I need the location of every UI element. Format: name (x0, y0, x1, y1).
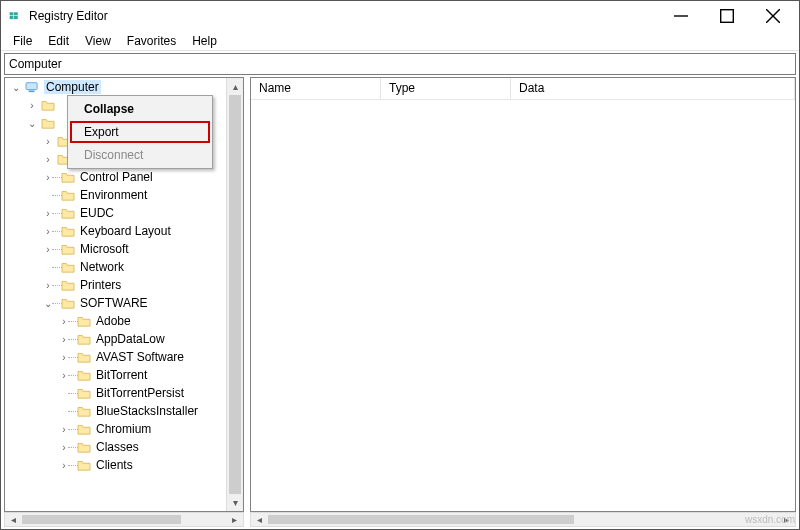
folder-icon (76, 314, 92, 328)
svg-rect-1 (14, 12, 18, 15)
tree-node[interactable]: ›EUDC (41, 204, 226, 222)
address-bar[interactable]: Computer (4, 53, 796, 75)
folder-icon (60, 170, 76, 184)
folder-icon (60, 242, 76, 256)
computer-icon (24, 80, 40, 94)
folder-icon (76, 440, 92, 454)
values-horizontal-scrollbar[interactable]: ◂ ▸ (250, 512, 796, 527)
scroll-thumb[interactable] (268, 515, 574, 524)
tree-node[interactable]: ›AppDataLow (57, 330, 226, 348)
tree-node[interactable]: ›Adobe (57, 312, 226, 330)
tree-node-label: Keyboard Layout (80, 224, 171, 238)
menu-view[interactable]: View (77, 32, 119, 50)
tree-node[interactable]: ∙BlueStacksInstaller (57, 402, 226, 420)
tree-node-label: Printers (80, 278, 121, 292)
tree-vertical-scrollbar[interactable]: ▴ ▾ (226, 78, 243, 511)
folder-icon (60, 278, 76, 292)
minimize-button[interactable] (661, 1, 707, 31)
column-header-data[interactable]: Data (511, 78, 795, 99)
tree-node-label: Computer (44, 80, 101, 94)
close-button[interactable] (753, 1, 799, 31)
tree-node-label: Chromium (96, 422, 151, 436)
tree-node-label: Microsoft (80, 242, 129, 256)
folder-icon (40, 98, 56, 112)
scroll-down-icon[interactable]: ▾ (227, 494, 243, 511)
tree-node[interactable]: ∙Network (41, 258, 226, 276)
folder-icon (76, 332, 92, 346)
svg-rect-5 (721, 10, 734, 23)
tree-node-computer[interactable]: ⌄ Computer (9, 78, 226, 96)
tree-node[interactable]: ›BitTorrent (57, 366, 226, 384)
menu-favorites[interactable]: Favorites (119, 32, 184, 50)
context-menu-disconnect: Disconnect (70, 144, 210, 166)
maximize-button[interactable] (707, 1, 753, 31)
tree-node-label: Clients (96, 458, 133, 472)
folder-icon (76, 368, 92, 382)
tree-node-label: Classes (96, 440, 139, 454)
tree-node-label: Network (80, 260, 124, 274)
tree-node[interactable]: ›Clients (57, 456, 226, 474)
column-header-name[interactable]: Name (251, 78, 381, 99)
folder-icon (76, 386, 92, 400)
scroll-right-icon[interactable]: ▸ (226, 513, 243, 526)
svg-rect-3 (14, 16, 18, 19)
svg-rect-0 (10, 12, 14, 15)
window-title: Registry Editor (29, 9, 108, 23)
folder-icon (60, 260, 76, 274)
tree-node-label: BitTorrentPersist (96, 386, 184, 400)
tree-node[interactable]: ›Keyboard Layout (41, 222, 226, 240)
tree-node-label: AppDataLow (96, 332, 165, 346)
expand-toggle-icon[interactable]: › (41, 152, 55, 166)
menu-bar: File Edit View Favorites Help (1, 31, 799, 51)
scroll-right-icon[interactable]: ▸ (778, 513, 795, 526)
svg-rect-9 (29, 90, 35, 92)
tree-node[interactable]: ›Printers (41, 276, 226, 294)
expand-toggle-icon[interactable]: › (41, 134, 55, 148)
tree-node-label: BitTorrent (96, 368, 147, 382)
folder-icon (60, 188, 76, 202)
tree-node-label: AVAST Software (96, 350, 184, 364)
values-pane: Name Type Data (250, 77, 796, 512)
tree-node[interactable]: ›Microsoft (41, 240, 226, 258)
tree-node[interactable]: ∙BitTorrentPersist (57, 384, 226, 402)
title-bar: Registry Editor (1, 1, 799, 31)
values-list[interactable] (251, 100, 795, 511)
expand-toggle-icon[interactable]: ⌄ (25, 116, 39, 130)
scroll-up-icon[interactable]: ▴ (227, 78, 243, 95)
folder-icon (60, 224, 76, 238)
address-text: Computer (9, 57, 62, 71)
folder-icon (76, 458, 92, 472)
folder-icon (76, 404, 92, 418)
context-menu-export[interactable]: Export (70, 121, 210, 143)
tree-node-label: EUDC (80, 206, 114, 220)
svg-rect-8 (26, 83, 37, 90)
menu-edit[interactable]: Edit (40, 32, 77, 50)
expand-toggle-icon[interactable]: › (25, 98, 39, 112)
scroll-thumb[interactable] (229, 95, 241, 494)
tree-node[interactable]: ›Control Panel (41, 168, 226, 186)
tree-node[interactable]: ›Chromium (57, 420, 226, 438)
tree-node-software[interactable]: ⌄SOFTWARE (41, 294, 226, 312)
column-header-type[interactable]: Type (381, 78, 511, 99)
app-icon (9, 9, 25, 23)
svg-rect-2 (10, 16, 14, 19)
tree-node[interactable]: ›AVAST Software (57, 348, 226, 366)
context-menu: Collapse Export Disconnect (67, 95, 213, 169)
tree-node[interactable]: ›Classes (57, 438, 226, 456)
folder-icon (76, 350, 92, 364)
scroll-left-icon[interactable]: ◂ (5, 513, 22, 526)
scroll-left-icon[interactable]: ◂ (251, 513, 268, 526)
expand-toggle-icon[interactable]: ⌄ (9, 80, 23, 94)
menu-help[interactable]: Help (184, 32, 225, 50)
tree-node-label: BlueStacksInstaller (96, 404, 198, 418)
tree-node-label: Environment (80, 188, 147, 202)
tree-horizontal-scrollbar[interactable]: ◂ ▸ (4, 512, 244, 527)
tree-node-label: Adobe (96, 314, 131, 328)
folder-icon (76, 422, 92, 436)
tree-node[interactable]: ∙Environment (41, 186, 226, 204)
context-menu-collapse[interactable]: Collapse (70, 98, 210, 120)
folder-icon (60, 206, 76, 220)
folder-icon (40, 116, 56, 130)
menu-file[interactable]: File (5, 32, 40, 50)
scroll-thumb[interactable] (22, 515, 181, 524)
